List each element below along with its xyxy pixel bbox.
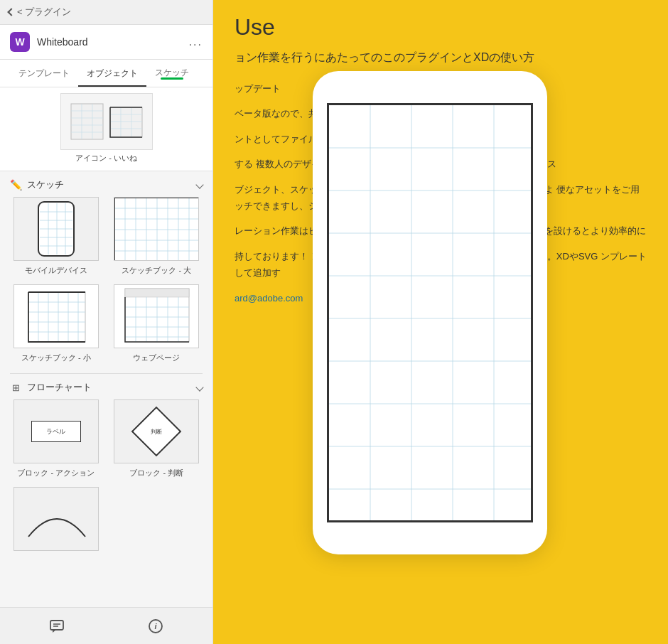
- info-icon: i: [148, 618, 163, 634]
- mobile-thumb-svg: [35, 200, 77, 257]
- flowchart-item-arc1[interactable]: [10, 487, 102, 551]
- block-decision-text: 判断: [151, 428, 162, 436]
- sketchbook-small-svg: [14, 285, 99, 348]
- svg-rect-7: [110, 107, 142, 137]
- preview-icon-svg: [64, 97, 149, 146]
- flowchart-section: ⊞ フローチャート ラベル ブロック - アクション: [0, 374, 212, 561]
- panel-footer: i: [0, 607, 212, 644]
- email-link[interactable]: ard@adobe.com: [235, 293, 303, 304]
- mobile-thumb: [14, 197, 99, 261]
- sketchbook-large-svg: [114, 198, 199, 261]
- svg-rect-59: [50, 621, 63, 630]
- webpage-thumb: [114, 284, 199, 348]
- block-action-thumb: ラベル: [14, 399, 99, 463]
- template-label-sketchbook-small: スケッチブック - 小: [21, 353, 91, 363]
- arc-svg-1: [14, 487, 98, 551]
- sketchbook-large-thumb: [114, 197, 199, 261]
- flowchart-label-action: ブロック - アクション: [17, 468, 95, 478]
- left-panel: < プラグイン W Whiteboard ... テンプレート オブジェクト ス…: [0, 0, 213, 644]
- svg-text:i: i: [155, 622, 158, 630]
- flowchart-icon: ⊞: [10, 382, 21, 393]
- tab-sketch-indicator: [161, 77, 183, 80]
- right-title: Use: [235, 14, 647, 41]
- phone-screen-grid: [329, 105, 531, 520]
- preview-label: アイコン - いいね: [75, 153, 137, 163]
- block-decision-thumb: 判断: [114, 399, 199, 463]
- sketch-section-title: ✏️ スケッチ: [10, 178, 64, 191]
- svg-rect-0: [71, 104, 103, 139]
- sketch-chevron-down-icon: [195, 181, 203, 188]
- block-action-text: ラベル: [46, 427, 65, 436]
- template-item-mobile[interactable]: モバイルデバイス: [10, 197, 102, 276]
- svg-rect-37: [28, 292, 85, 342]
- flowchart-grid: ラベル ブロック - アクション 判断 ブロック - 判断: [0, 399, 212, 561]
- plugin-header: W Whiteboard ...: [0, 25, 212, 60]
- tab-template[interactable]: テンプレート: [10, 60, 78, 87]
- plugin-icon: W: [10, 32, 30, 52]
- arc-thumb-1: [14, 487, 99, 551]
- block-decision-diamond: 判断: [131, 407, 182, 457]
- plugin-icon-letter: W: [15, 36, 24, 48]
- chat-button[interactable]: [44, 613, 70, 639]
- right-panel: Use ョン作業を行うにあたってのこのプラグインとXDの使い方 ップデート ベー…: [213, 0, 668, 644]
- panel-header: < プラグイン: [0, 0, 212, 25]
- flowchart-label-decision: ブロック - 判断: [129, 468, 183, 478]
- tab-sketch[interactable]: スケッチ: [146, 60, 198, 87]
- tabs-container: テンプレート オブジェクト スケッチ: [0, 60, 212, 87]
- template-label-sketchbook-large: スケッチブック - 大: [122, 265, 191, 276]
- sketch-section-label: スケッチ: [27, 178, 64, 191]
- template-item-webpage[interactable]: ウェブページ: [111, 284, 203, 363]
- flowchart-chevron-down-icon: [195, 383, 203, 391]
- sketchbook-small-thumb: [14, 284, 99, 348]
- template-label-mobile: モバイルデバイス: [25, 265, 87, 276]
- preview-icon-box[interactable]: [60, 93, 153, 150]
- phone-overlay: [313, 71, 547, 554]
- template-item-sketchbook-small[interactable]: スケッチブック - 小: [10, 284, 102, 363]
- panel-content[interactable]: ✏️ スケッチ: [0, 171, 212, 607]
- pencil-icon: ✏️: [10, 179, 21, 190]
- plugin-name: Whiteboard: [37, 36, 182, 48]
- phone-screen: [327, 103, 533, 522]
- template-item-sketchbook-large[interactable]: スケッチブック - 大: [111, 197, 203, 276]
- flowchart-section-label: フローチャート: [27, 381, 92, 394]
- flowchart-section-header[interactable]: ⊞ フローチャート: [0, 374, 212, 399]
- svg-rect-49: [125, 289, 189, 297]
- sketch-section-header[interactable]: ✏️ スケッチ: [0, 171, 212, 197]
- webpage-svg: [114, 285, 199, 348]
- sketch-section: ✏️ スケッチ: [0, 171, 212, 373]
- block-action-box: ラベル: [31, 421, 81, 442]
- back-button[interactable]: < プラグイン: [9, 6, 71, 18]
- chat-icon: [49, 618, 65, 634]
- template-label-webpage: ウェブページ: [133, 353, 180, 363]
- chevron-left-icon: [7, 8, 15, 16]
- preview-section: アイコン - いいね: [0, 87, 212, 171]
- info-button[interactable]: i: [143, 613, 168, 639]
- right-subtitle: ョン作業を行うにあたってのこのプラグインとXDの使い方: [235, 49, 647, 66]
- svg-rect-23: [114, 198, 199, 261]
- back-label: < プラグイン: [17, 6, 71, 18]
- flowchart-section-title: ⊞ フローチャート: [10, 381, 92, 394]
- sketch-template-grid: モバイルデバイス: [0, 197, 212, 373]
- tab-object[interactable]: オブジェクト: [78, 60, 146, 87]
- flowchart-item-decision[interactable]: 判断 ブロック - 判断: [111, 399, 203, 478]
- flowchart-item-action[interactable]: ラベル ブロック - アクション: [10, 399, 102, 478]
- more-button[interactable]: ...: [189, 36, 203, 48]
